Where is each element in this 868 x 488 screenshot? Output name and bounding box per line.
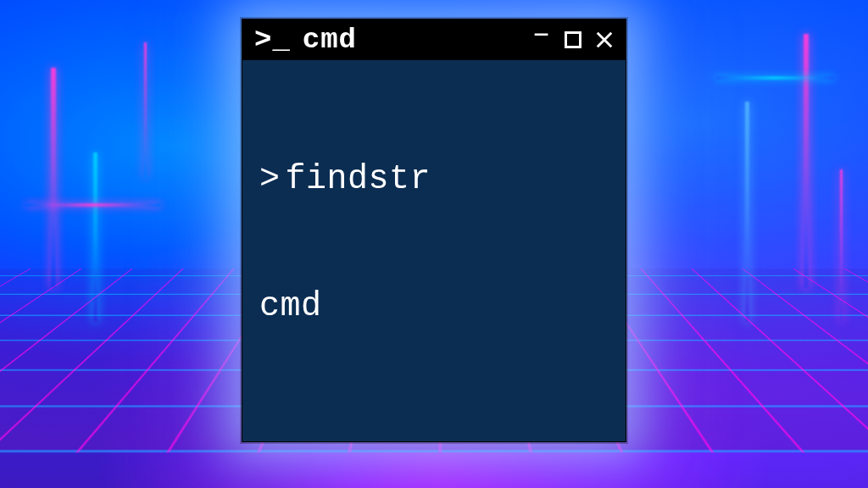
window-title: cmd	[303, 24, 531, 56]
minimize-button[interactable]: –	[531, 24, 553, 46]
neon-line	[745, 102, 749, 322]
terminal-window[interactable]: >_ cmd – >findstr cmd	[242, 19, 626, 442]
neon-line	[144, 42, 147, 178]
command-text: findstr	[286, 160, 431, 198]
neon-line	[51, 68, 56, 288]
terminal-prompt-icon: >_	[254, 24, 291, 56]
neon-line	[25, 203, 161, 207]
neon-line	[804, 34, 809, 288]
window-controls: –	[531, 29, 615, 51]
command-line: >findstr	[259, 158, 609, 201]
prompt-symbol: >	[259, 160, 281, 198]
neon-line	[715, 76, 834, 80]
maximize-button[interactable]	[565, 31, 581, 48]
close-button[interactable]	[593, 29, 615, 51]
close-icon	[595, 30, 614, 49]
terminal-body[interactable]: >findstr cmd	[242, 60, 626, 441]
neon-line	[93, 152, 97, 322]
neon-line	[840, 169, 843, 322]
output-line: cmd	[259, 286, 609, 328]
titlebar[interactable]: >_ cmd –	[242, 19, 626, 60]
